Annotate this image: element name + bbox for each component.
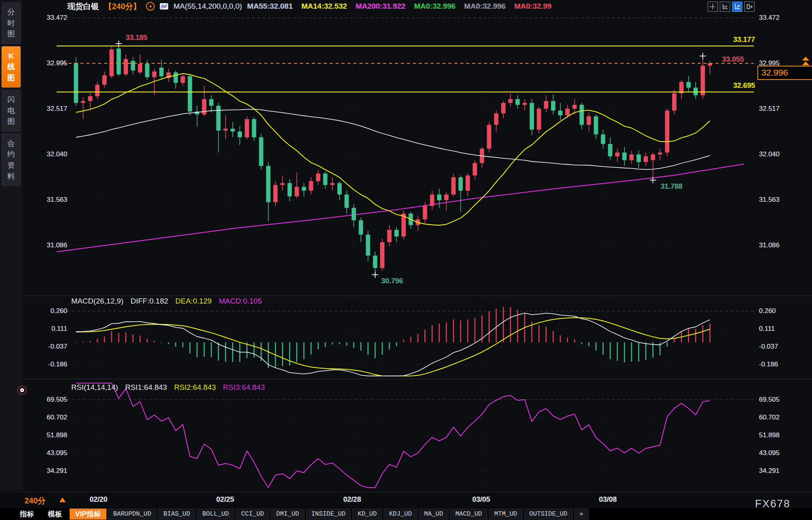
tab-指标[interactable]: 指标 xyxy=(13,509,40,520)
support-label: 32.695 xyxy=(688,81,755,90)
last-price-box: 32.996 xyxy=(757,66,812,80)
macd-header: MACD(26,12,9) DIFF:0.182 DEA:0.129 MACD:… xyxy=(71,297,262,306)
pane-toggle-icon[interactable] xyxy=(744,2,755,12)
instrument-title: 现货白银 xyxy=(67,1,99,12)
ma-value-label: MA14:32.532 xyxy=(302,2,347,11)
price-tick-right: 32.995 xyxy=(759,59,806,68)
crosshair-grid-icon[interactable] xyxy=(708,2,718,12)
price-tick-left: 33.472 xyxy=(23,13,67,22)
tab-BIAS_UD[interactable]: BIAS_UD xyxy=(158,509,195,520)
sidebar-item-label: 分时图 xyxy=(6,7,16,40)
macd-tick-right: 0.260 xyxy=(759,307,806,315)
sidebar-item-分时图[interactable]: 分时图 xyxy=(2,2,21,44)
price-tick-right: 31.086 xyxy=(759,241,806,250)
sidebar-item-label: K线图 xyxy=(6,51,16,84)
rsi-tick-left: 51.898 xyxy=(23,431,67,440)
macd-tick-right: -0.037 xyxy=(759,342,806,351)
rsi-tick-left: 69.505 xyxy=(23,395,67,404)
ma-value-label: MA55:32.081 xyxy=(247,2,293,11)
recent-high-label: 33.055 xyxy=(677,55,744,64)
price-tick-left: 32.995 xyxy=(23,59,67,68)
ma-settings-label: MA(55,14,200,0,0,0) xyxy=(173,2,242,11)
rsi3-value: RSI3:64.843 xyxy=(223,383,265,392)
tab-DMI_UD[interactable]: DMI_UD xyxy=(271,509,305,520)
rsi1-value: RSI1:64.843 xyxy=(125,383,167,392)
price-tick-left: 32.040 xyxy=(23,150,67,159)
sidebar: 分时图K线图闪电图合约资料 xyxy=(0,0,22,491)
timeframe-label[interactable]: 【240分】 xyxy=(104,1,141,12)
resistance-label: 33.177 xyxy=(688,35,755,44)
tab-CCI_UD[interactable]: CCI_UD xyxy=(235,509,269,520)
sidebar-item-label: 闪电图 xyxy=(6,94,16,127)
chart-header: 现货白银 【240分】 + MA(55,14,200,0,0,0) MA55:3… xyxy=(67,1,552,11)
date-axis: 240分 02/2002/2502/2803/0503/08 xyxy=(0,492,812,509)
price-tick-right: 31.563 xyxy=(759,195,806,204)
sidebar-item-合约资料[interactable]: 合约资料 xyxy=(2,134,21,186)
date-label: 02/28 xyxy=(343,495,361,504)
rsi-tick-right: 34.291 xyxy=(759,467,806,475)
swing-low-label: 31.788 xyxy=(648,182,695,191)
rsi2-value: RSI2:64.843 xyxy=(174,383,216,392)
mini-chart-icon xyxy=(160,3,168,9)
sidebar-item-K线图[interactable]: K线图 xyxy=(2,46,21,88)
chart-toolbar-buttons xyxy=(708,2,755,12)
tab-KDJ_UD[interactable]: KDJ_UD xyxy=(383,509,417,520)
add-indicator-icon[interactable]: + xyxy=(146,2,155,11)
tab-»[interactable]: » xyxy=(574,509,589,520)
ma-values: MA55:32.081MA14:32.532MA200:31.922MA0:32… xyxy=(247,2,552,11)
rsi-tick-right: 51.898 xyxy=(759,431,806,440)
tab-MTM_UD[interactable]: MTM_UD xyxy=(489,509,523,520)
tab-MACD_UD[interactable]: MACD_UD xyxy=(450,509,488,520)
chart-canvas[interactable] xyxy=(0,0,812,520)
price-tick-left: 32.517 xyxy=(23,104,67,113)
price-tick-right: 33.472 xyxy=(759,13,806,22)
tab-BARUPDN_UD[interactable]: BARUPDN_UD xyxy=(108,509,157,520)
rsi-header: RSI(14,14,14) RSI1:64.843 RSI2:64.843 RS… xyxy=(71,383,265,392)
price-tick-right: 32.040 xyxy=(759,150,806,159)
tab-模板[interactable]: 模板 xyxy=(42,509,68,520)
ma-value-label: MA0:32.99 xyxy=(514,2,552,11)
rsi-tick-left: 43.095 xyxy=(23,449,67,457)
macd-params-label: MACD(26,12,9) xyxy=(71,297,123,306)
macd-macd-value: MACD:0.105 xyxy=(219,297,262,306)
rsi-tick-right: 69.505 xyxy=(759,395,806,404)
price-tick-left: 31.086 xyxy=(23,241,67,250)
macd-tick-right: -0.186 xyxy=(759,360,806,369)
date-label: 02/25 xyxy=(216,495,234,504)
major-low-label: 30.796 xyxy=(368,276,416,286)
timeframe-up-icon[interactable] xyxy=(59,497,66,502)
chart-axes-active-icon[interactable] xyxy=(732,2,742,12)
date-label: 03/08 xyxy=(599,495,617,504)
indicator-tab-bar: 指标模板VIP指标BARUPDN_UDBIAS_UDBOLL_UDCCI_UDD… xyxy=(0,508,812,520)
date-label: 02/20 xyxy=(89,495,107,504)
ma-value-label: MA200:31.922 xyxy=(356,2,406,11)
macd-tick-left: 0.111 xyxy=(23,325,67,333)
target-icon[interactable] xyxy=(17,385,27,395)
rsi-params-label: RSI(14,14,14) xyxy=(71,383,118,392)
trading-app: 现货白银 【240分】 + MA(55,14,200,0,0,0) MA55:3… xyxy=(0,0,812,520)
rsi-tick-left: 34.291 xyxy=(23,467,67,475)
price-tick-left: 31.563 xyxy=(23,195,67,204)
tab-BOLL_UD[interactable]: BOLL_UD xyxy=(197,509,234,520)
macd-tick-left: -0.037 xyxy=(23,342,67,351)
macd-tick-right: 0.111 xyxy=(759,325,806,333)
tab-OUTSIDE_UD[interactable]: OUTSIDE_UD xyxy=(524,509,573,520)
footer-timeframe-label[interactable]: 240分 xyxy=(25,495,46,506)
sidebar-item-label: 合约资料 xyxy=(6,138,16,182)
sidebar-item-闪电图[interactable]: 闪电图 xyxy=(2,90,21,131)
tab-MA_UD[interactable]: MA_UD xyxy=(419,509,449,520)
tab-INSIDE_UD[interactable]: INSIDE_UD xyxy=(306,509,351,520)
tab-KD_UD[interactable]: KD_UD xyxy=(352,509,382,520)
date-label: 03/05 xyxy=(472,495,490,504)
macd-tick-left: -0.186 xyxy=(23,360,67,369)
rsi-tick-left: 60.702 xyxy=(23,413,67,422)
peak-high-label: 33.185 xyxy=(113,33,160,42)
macd-diff-value: DIFF:0.182 xyxy=(131,297,168,306)
ma-value-label: MA0:32.996 xyxy=(464,2,506,11)
rsi-tick-right: 43.095 xyxy=(759,449,806,457)
ma-value-label: MA0:32.996 xyxy=(414,2,456,11)
rsi-tick-right: 60.702 xyxy=(759,413,806,422)
macd-dea-value: DEA:0.129 xyxy=(175,297,212,306)
chart-axes-icon[interactable] xyxy=(720,2,730,12)
tab-VIP指标[interactable]: VIP指标 xyxy=(70,509,106,520)
